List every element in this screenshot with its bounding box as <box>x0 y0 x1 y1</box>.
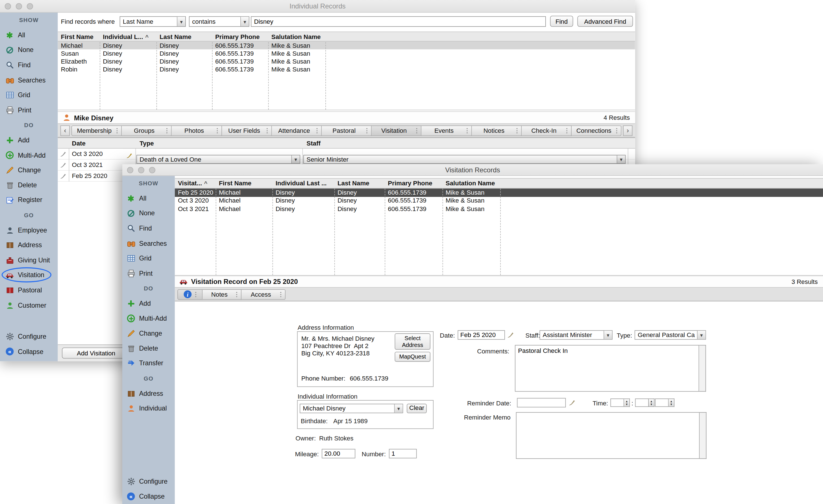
zoom-button[interactable] <box>27 3 33 9</box>
sidebar-item-address[interactable]: Address <box>0 238 57 253</box>
sidebar-item-giving-unit[interactable]: Giving Unit <box>0 253 57 268</box>
tab-attendance[interactable]: Attendance <box>272 125 322 136</box>
sidebar-item-print[interactable]: Print <box>122 266 175 281</box>
tab-access[interactable]: Access <box>241 289 286 300</box>
reminder-memo-scrollbar[interactable] <box>699 412 706 459</box>
operator-select[interactable]: contains ▾ <box>189 16 250 27</box>
time-minute-stepper[interactable]: ▴▾ <box>649 398 654 407</box>
table-row[interactable]: Michael Disney Disney 606.555.1739 Mike … <box>57 41 635 49</box>
sidebar-item-employee[interactable]: Employee <box>0 223 57 238</box>
field-select[interactable]: Last Name ▾ <box>120 16 186 27</box>
sidebar-item-print[interactable]: Print <box>0 103 57 118</box>
table-row[interactable]: Susan Disney Disney 606.555.1739 Mike & … <box>57 49 635 57</box>
tab-check-in[interactable]: Check-In <box>522 125 571 136</box>
sidebar-item-configure[interactable]: Configure <box>0 329 57 344</box>
tab-membership[interactable]: Membership <box>71 125 122 136</box>
time-hour-stepper[interactable]: ▴▾ <box>624 398 630 407</box>
sidebar-item-change[interactable]: Change <box>0 163 57 178</box>
sidebar-item-all[interactable]: All <box>122 191 175 206</box>
column-header[interactable]: First Name <box>57 33 100 40</box>
minimize-button[interactable] <box>16 3 22 9</box>
sidebar-item-multi-add[interactable]: Multi-Add <box>0 148 57 163</box>
clear-button[interactable]: Clear <box>407 404 427 413</box>
column-header[interactable]: Salutation Name <box>443 180 500 187</box>
tab-info[interactable]: i <box>177 289 202 300</box>
sidebar-item-visitation[interactable]: Visitation <box>0 268 57 283</box>
sidebar-item-grid[interactable]: Grid <box>122 251 175 266</box>
date-input[interactable] <box>458 330 505 340</box>
sidebar-item-delete[interactable]: Delete <box>0 178 57 193</box>
sidebar-item-address[interactable]: Address <box>122 386 175 401</box>
sidebar-item-all[interactable]: All <box>0 28 57 43</box>
scroll-left-button[interactable]: ‹ <box>60 125 70 136</box>
table-row[interactable]: Oct 3 2021 Michael Disney Disney 606.555… <box>175 205 823 213</box>
comments-textarea[interactable]: Pastoral Check In <box>515 345 699 391</box>
sidebar-item-multi-add[interactable]: Multi-Add <box>122 311 175 326</box>
tab-groups[interactable]: Groups <box>122 125 172 136</box>
sidebar-item-searches[interactable]: Searches <box>0 72 57 88</box>
table-row[interactable]: Oct 3 2020 Michael Disney Disney 606.555… <box>175 197 823 205</box>
pen-icon[interactable] <box>507 331 514 340</box>
visitation-row[interactable]: Oct 3 2020 Death of a Loved One ▾ Senior… <box>57 149 635 160</box>
tab-visitation[interactable]: Visitation <box>372 125 422 136</box>
column-header[interactable]: Salutation Name <box>268 33 326 40</box>
time-hour-input[interactable] <box>610 398 624 407</box>
column-header[interactable]: Last Name <box>156 33 212 40</box>
column-header[interactable]: Visitat...^ <box>175 180 216 187</box>
column-header[interactable]: Type <box>135 139 302 147</box>
close-button[interactable] <box>5 3 11 9</box>
minimize-button[interactable] <box>138 167 144 173</box>
sidebar-item-none[interactable]: None <box>122 206 175 221</box>
tab-pastoral[interactable]: Pastoral <box>322 125 372 136</box>
time-ampm-stepper[interactable]: ▴▾ <box>669 398 674 407</box>
mileage-input[interactable] <box>322 449 355 458</box>
advanced-find-button[interactable]: Advanced Find <box>577 16 633 27</box>
pen-icon[interactable] <box>568 399 576 408</box>
column-header[interactable]: Primary Phone <box>385 180 442 187</box>
close-button[interactable] <box>127 167 133 173</box>
sidebar-item-customer[interactable]: Customer <box>0 298 57 313</box>
column-header[interactable]: Individual Last ... <box>273 180 334 187</box>
comments-scrollbar[interactable] <box>699 345 706 391</box>
sidebar-item-collapse[interactable]: « Collapse <box>0 344 57 359</box>
sidebar-item-searches[interactable]: Searches <box>122 236 175 251</box>
sidebar-item-change[interactable]: Change <box>122 326 175 341</box>
tab-notices[interactable]: Notices <box>472 125 522 136</box>
add-visitation-button[interactable]: Add Visitation <box>62 347 130 358</box>
tab-connections[interactable]: Connections <box>571 125 622 136</box>
column-header[interactable]: Primary Phone <box>212 33 268 40</box>
column-header[interactable]: First Name <box>216 180 273 187</box>
sidebar-item-find[interactable]: Find <box>0 58 57 72</box>
sidebar-item-add[interactable]: Add <box>122 296 175 311</box>
table-row[interactable]: Robin Disney Disney 606.555.1739 Mike & … <box>57 65 635 73</box>
sidebar-item-individual[interactable]: Individual <box>122 401 175 416</box>
sidebar-item-register[interactable]: Register <box>0 193 57 208</box>
sidebar-item-find[interactable]: Find <box>122 221 175 236</box>
column-header[interactable]: Last Name <box>334 180 385 187</box>
type-select[interactable]: General Pastoral Ca ▾ <box>635 330 706 340</box>
sidebar-item-pastoral[interactable]: Pastoral <box>0 283 57 298</box>
sidebar-item-delete[interactable]: Delete <box>122 341 175 356</box>
column-header[interactable]: Individual L...^ <box>100 33 156 40</box>
sidebar-item-configure[interactable]: Configure <box>122 474 175 489</box>
column-header[interactable]: Staff <box>302 139 628 147</box>
sidebar-item-add[interactable]: Add <box>0 133 57 148</box>
table-row[interactable]: Feb 25 2020 Michael Disney Disney 606.55… <box>175 188 823 197</box>
sidebar-item-grid[interactable]: Grid <box>0 88 57 103</box>
zoom-button[interactable] <box>149 167 155 173</box>
number-input[interactable] <box>389 449 417 458</box>
scroll-right-button[interactable]: › <box>623 125 632 136</box>
tab-events[interactable]: Events <box>422 125 472 136</box>
time-ampm-input[interactable] <box>655 398 668 407</box>
table-row[interactable]: Elizabeth Disney Disney 606.555.1739 Mik… <box>57 57 635 65</box>
staff-select[interactable]: Assistant Minister ▾ <box>539 330 612 340</box>
sidebar-item-collapse[interactable]: « Collapse <box>122 489 175 504</box>
mapquest-button[interactable]: MapQuest <box>395 352 431 362</box>
tab-user-fields[interactable]: User Fields <box>222 125 272 136</box>
individual-select[interactable]: Michael Disney ▾ <box>300 404 403 413</box>
tab-photos[interactable]: Photos <box>172 125 222 136</box>
find-button[interactable]: Find <box>550 16 573 27</box>
sidebar-item-transfer[interactable]: Transfer <box>122 356 175 371</box>
select-address-button[interactable]: Select Address <box>395 333 431 350</box>
reminder-memo-textarea[interactable] <box>516 412 699 459</box>
